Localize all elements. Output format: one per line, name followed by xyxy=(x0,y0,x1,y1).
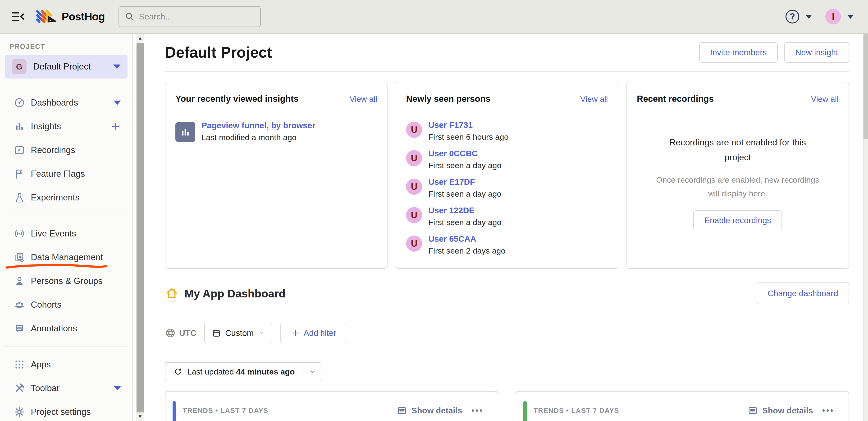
sidebar-item-data-management[interactable]: Data Management xyxy=(0,245,132,269)
tile-more-menu[interactable] xyxy=(472,410,482,412)
global-search xyxy=(119,6,261,27)
person-row: U User 122DE First seen a day ago xyxy=(406,205,608,234)
sidebar-nav-group-1: Dashboards Insights Recordings xyxy=(0,91,132,209)
sidebar-scroll-thumb[interactable] xyxy=(136,43,144,413)
person-link[interactable]: User E17DF xyxy=(428,177,501,187)
annotation-red-underline xyxy=(5,263,107,269)
page-title: Default Project xyxy=(165,43,699,61)
chevron-down-icon xyxy=(114,386,121,390)
card-title: Newly seen persons xyxy=(406,94,490,104)
sidebar-item-apps[interactable]: Apps xyxy=(0,353,132,377)
show-details-button[interactable]: Show details xyxy=(397,405,462,416)
insight-link[interactable]: Pageview funnel, by browser xyxy=(202,120,315,130)
account-menu-button[interactable]: I xyxy=(825,9,854,24)
project-badge: G xyxy=(12,59,27,74)
refresh-button[interactable]: Last updated 44 minutes ago xyxy=(165,363,303,381)
divider xyxy=(406,114,608,114)
divider xyxy=(165,71,849,72)
sidebar-item-label: Experiments xyxy=(31,192,121,203)
view-all-insights-link[interactable]: View all xyxy=(350,94,377,104)
person-avatar: U xyxy=(406,122,422,138)
divider xyxy=(637,114,839,114)
main-scrollbar[interactable] xyxy=(863,34,868,421)
main-content: Default Project Invite members New insig… xyxy=(149,34,863,421)
sidebar-item-label: Apps xyxy=(31,360,121,369)
help-menu-button[interactable]: ? xyxy=(785,10,812,24)
recent-recordings-card: Recent recordings View all Recordings ar… xyxy=(626,82,849,269)
tile-accent-bar xyxy=(523,401,527,421)
invite-members-button[interactable]: Invite members xyxy=(699,42,778,63)
view-all-recordings-link[interactable]: View all xyxy=(811,94,839,104)
top-bar: PostHog ? I xyxy=(0,0,868,34)
posthog-logo[interactable]: PostHog xyxy=(36,9,105,24)
collapse-sidebar-button[interactable] xyxy=(10,9,26,24)
sidebar-item-annotations[interactable]: Annotations xyxy=(0,317,132,340)
toolbar-tools-icon xyxy=(14,383,25,394)
annotations-icon xyxy=(14,323,25,334)
timezone-indicator[interactable]: UTC xyxy=(165,328,196,338)
refresh-options-button[interactable] xyxy=(303,363,321,381)
sidebar-item-label: Annotations xyxy=(31,324,121,333)
new-insight-button[interactable]: New insight xyxy=(784,42,849,63)
insights-icon xyxy=(14,121,25,132)
dashboards-icon xyxy=(14,97,25,109)
sidebar-item-dashboards[interactable]: Dashboards xyxy=(0,91,132,115)
add-filter-button[interactable]: Add filter xyxy=(280,323,347,343)
person-link[interactable]: User F1731 xyxy=(428,120,508,130)
details-card-icon xyxy=(748,405,758,416)
sidebar-item-cohorts[interactable]: Cohorts xyxy=(0,293,132,317)
sidebar-item-live-events[interactable]: Live Events xyxy=(0,222,132,245)
person-icon xyxy=(14,275,25,287)
show-details-label: Show details xyxy=(762,406,813,415)
person-avatar: U xyxy=(406,150,422,166)
change-dashboard-button[interactable]: Change dashboard xyxy=(756,282,849,304)
person-meta: First seen 2 days ago xyxy=(428,246,505,255)
sidebar-item-label: Dashboards xyxy=(31,98,114,108)
sidebar-item-persons-groups[interactable]: Persons & Groups xyxy=(0,269,132,293)
chevron-down-icon xyxy=(308,368,316,375)
refresh-prefix: Last updated xyxy=(187,367,234,376)
scroll-up-arrow[interactable]: ▲ xyxy=(136,34,144,42)
scroll-down-arrow[interactable]: ▼ xyxy=(136,412,144,421)
main-scroll-thumb[interactable] xyxy=(864,34,868,139)
sidebar-scrollbar[interactable]: ▲ ▼ xyxy=(136,34,144,421)
empty-state-title: Recordings are not enabled for this proj… xyxy=(659,135,816,165)
person-avatar: U xyxy=(406,207,422,223)
tile-tag: TRENDS • LAST 7 DAYS xyxy=(533,407,748,415)
sidebar-item-toolbar[interactable]: Toolbar xyxy=(0,377,132,400)
sidebar-item-label: Persons & Groups xyxy=(31,276,121,286)
sidebar-item-insights[interactable]: Insights xyxy=(0,115,132,138)
project-section-label: PROJECT xyxy=(9,43,132,51)
show-details-label: Show details xyxy=(411,406,462,415)
search-input[interactable] xyxy=(139,12,254,21)
sidebar-item-label: Toolbar xyxy=(31,383,114,393)
person-link[interactable]: User 65CAA xyxy=(428,234,505,244)
date-range-button[interactable]: Custom xyxy=(204,323,272,343)
sidebar-item-recordings[interactable]: Recordings xyxy=(0,138,132,162)
sidebar-item-project-settings[interactable]: Project settings xyxy=(0,400,132,421)
refresh-split-button: Last updated 44 minutes ago xyxy=(165,362,321,381)
person-meta: First seen 6 hours ago xyxy=(428,132,508,142)
divider xyxy=(176,114,377,114)
enable-recordings-button[interactable]: Enable recordings xyxy=(693,210,782,230)
recent-insight-item: Pageview funnel, by browser Last modifie… xyxy=(176,120,377,142)
person-meta: First seen a day ago xyxy=(428,189,501,199)
sidebar-item-label: Cohorts xyxy=(31,300,121,310)
show-details-button[interactable]: Show details xyxy=(748,405,813,416)
card-title: Recent recordings xyxy=(637,94,714,104)
home-icon xyxy=(165,287,178,300)
person-link[interactable]: User 0CCBC xyxy=(428,148,501,158)
sidebar-item-label: Feature Flags xyxy=(31,169,121,179)
sidebar-item-experiments[interactable]: Experiments xyxy=(0,186,132,209)
sidebar-item-feature-flags[interactable]: Feature Flags xyxy=(0,162,132,186)
person-link[interactable]: User 122DE xyxy=(428,205,501,215)
search-icon xyxy=(125,11,135,22)
tile-more-menu[interactable] xyxy=(823,410,833,412)
project-switcher[interactable]: G Default Project xyxy=(5,55,127,79)
view-all-persons-link[interactable]: View all xyxy=(580,94,608,104)
sidebar: PROJECT G Default Project Dashboards Ins… xyxy=(0,34,133,421)
new-insight-plus-icon[interactable] xyxy=(111,121,121,132)
chevron-down-icon xyxy=(258,330,265,336)
person-meta: First seen a day ago xyxy=(428,218,501,227)
insight-type-icon xyxy=(176,122,195,142)
